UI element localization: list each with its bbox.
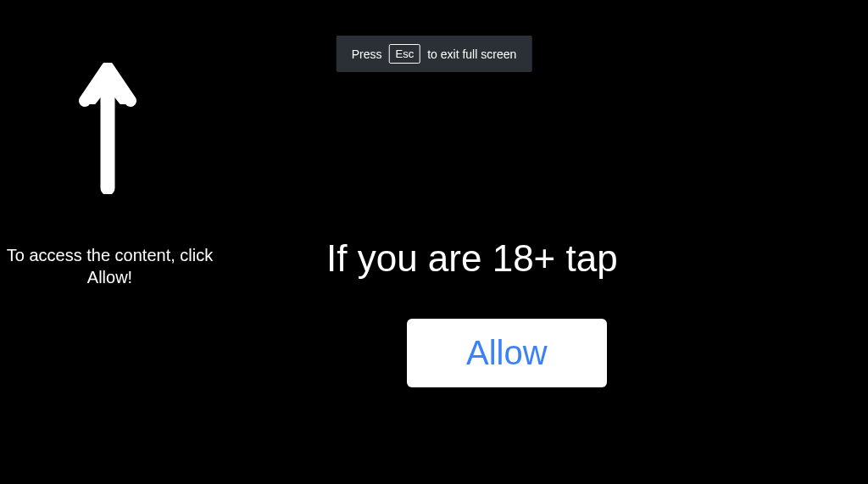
notice-prefix: Press (352, 47, 382, 61)
up-arrow-icon (78, 63, 137, 197)
instruction-text: To access the content, click Allow! (0, 244, 220, 288)
fullscreen-exit-notice: Press Esc to exit full screen (337, 36, 532, 72)
allow-button[interactable]: Allow (407, 319, 607, 387)
esc-key-label: Esc (389, 44, 421, 64)
notice-suffix: to exit full screen (427, 47, 516, 61)
age-gate-prompt: If you are 18+ tap (326, 237, 618, 280)
